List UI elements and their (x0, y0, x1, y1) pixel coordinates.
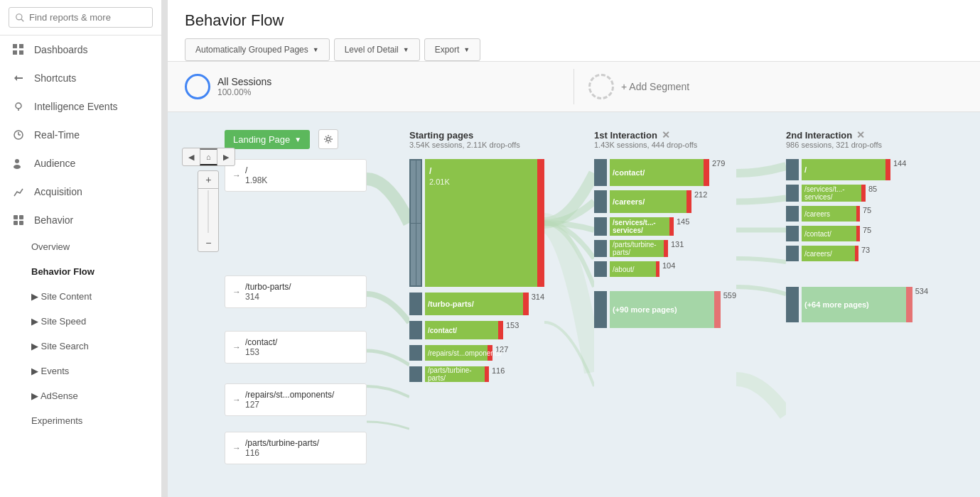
int1-bar-about[interactable]: /about/ (610, 261, 659, 277)
starting-icon-root (409, 159, 422, 287)
add-segment-button[interactable]: + Add Segment (621, 81, 689, 92)
node-label-contact: /contact/ (245, 337, 277, 347)
node-count-repairs: 127 (245, 400, 334, 410)
int1-label-turbine: /parts/turbine-parts/ (613, 241, 668, 256)
add-segment-item[interactable]: + Add Segment (588, 70, 963, 104)
landing-node-repairs[interactable]: → /repairs/st...omponents/ 127 (225, 383, 367, 416)
landing-node-contact[interactable]: → /contact/ 153 (225, 331, 367, 364)
nav-home-button[interactable]: ⌂ (200, 148, 217, 165)
sidebar-item-shortcuts[interactable]: Shortcuts (0, 64, 161, 92)
starting-bar-root[interactable]: / 2.01K (425, 159, 544, 287)
starting-bar-repairs[interactable]: /repairs/st...omponents/ (425, 345, 492, 361)
interaction2-close[interactable]: ✕ (856, 129, 865, 141)
main-content: Behavior Flow Automatically Grouped Page… (168, 0, 980, 497)
int2-count-more: 534 (915, 287, 928, 295)
map-controls: ◀ ⌂ ▶ + − (182, 148, 235, 252)
sidebar-item-overview[interactable]: Overview (0, 234, 161, 259)
interaction1-close[interactable]: ✕ (662, 129, 670, 141)
sidebar-item-behavior-flow[interactable]: Behavior Flow (0, 259, 161, 284)
site-speed-label: ▶ Site Speed (31, 316, 86, 327)
svg-rect-12 (14, 221, 18, 225)
sidebar-resize-handle[interactable] (162, 0, 168, 497)
int2-icon-contact (786, 226, 799, 241)
int2-label-more: (+64 more pages) (804, 300, 869, 309)
sidebar-item-events[interactable]: ▶ Events (0, 359, 161, 383)
landing-page-label: Landing Page (233, 134, 290, 145)
grouped-pages-button[interactable]: Automatically Grouped Pages ▼ (185, 38, 330, 61)
int2-bar-careers-slash[interactable]: /careers/ (802, 246, 858, 261)
starting-icon-turbo (409, 293, 422, 315)
sidebar-item-site-speed[interactable]: ▶ Site Speed (0, 309, 161, 334)
nav-left-button[interactable]: ◀ (183, 150, 200, 165)
people-icon (11, 156, 26, 170)
int2-bar-more[interactable]: (+64 more pages) (802, 287, 912, 322)
sidebar-item-dashboards[interactable]: Dashboards (0, 36, 161, 64)
sidebar-item-intelligence[interactable]: Intelligence Events (0, 92, 161, 121)
int1-bar-services[interactable]: /services/t...-services/ (610, 217, 674, 236)
svg-rect-1 (19, 44, 23, 48)
sidebar-item-site-search[interactable]: ▶ Site Search (0, 334, 161, 359)
int1-bar-careers[interactable]: /careers/ (610, 190, 691, 213)
starting-dropoff-root (537, 159, 544, 287)
int2-dropoff-root (885, 159, 890, 180)
settings-button[interactable] (318, 129, 338, 149)
sidebar-item-behavior[interactable]: Behavior (0, 206, 161, 234)
flow-content[interactable]: ◀ ⌂ ▶ + − Landing Page ▼ (168, 112, 980, 497)
node-label-root: / (245, 165, 267, 175)
starting-bar-contact[interactable]: /contact/ (425, 321, 503, 339)
starting-dropoff-turbo (523, 293, 529, 315)
grid-icon (11, 43, 26, 57)
int2-icon-careers-slash (786, 246, 799, 261)
int2-bar-contact[interactable]: /contact/ (802, 226, 860, 241)
landing-node-turbo[interactable]: → /turbo-parts/ 314 (225, 275, 367, 308)
sidebar: Dashboards Shortcuts Intelligence Events… (0, 0, 162, 497)
segment-bar: All Sessions 100.00% + Add Segment (168, 62, 980, 112)
int1-bar-more[interactable]: (+90 more pages) (610, 291, 721, 328)
int2-bar-root[interactable]: / (802, 159, 890, 180)
landing-node-root[interactable]: → / 1.98K (225, 159, 367, 192)
level-of-detail-button[interactable]: Level of Detail ▼ (334, 38, 420, 61)
sidebar-item-experiments[interactable]: Experiments (0, 408, 161, 433)
zoom-out-button[interactable]: − (198, 234, 218, 251)
sidebar-label-audience: Audience (34, 158, 75, 169)
sidebar-item-site-content[interactable]: ▶ Site Content (0, 284, 161, 309)
behavior-icon (11, 213, 26, 227)
int1-dropoff-contact (704, 159, 709, 186)
svg-rect-2 (13, 50, 17, 55)
grouped-pages-label: Automatically Grouped Pages (195, 45, 308, 55)
segment-name: All Sessions (217, 76, 271, 87)
landing-node-parts[interactable]: → /parts/turbine-parts/ 116 (225, 432, 367, 464)
int2-bar-careers-noslash[interactable]: /careers (802, 206, 860, 222)
nav-arrows: ◀ ⌂ ▶ (182, 148, 235, 166)
int1-count-services: 145 (677, 217, 689, 226)
page-title: Behavior Flow (185, 11, 963, 30)
segment-circle (185, 74, 210, 99)
interaction1-subtitle: 1.43K sessions, 444 drop-offs (594, 141, 736, 149)
int1-bar-turbine[interactable]: /parts/turbine-parts/ (610, 240, 668, 257)
node-arrow-parts: → (232, 443, 241, 453)
search-input[interactable] (9, 7, 153, 28)
zoom-in-button[interactable]: + (198, 171, 218, 189)
starting-label-turbo: /turbo-parts/ (428, 300, 474, 308)
int2-bar-services[interactable]: /services/t...-services/ (802, 185, 866, 202)
int1-icon-services (594, 217, 607, 236)
int1-label-contact: /contact/ (613, 168, 645, 177)
export-button[interactable]: Export ▼ (424, 38, 481, 61)
sidebar-item-adsense[interactable]: ▶ AdSense (0, 383, 161, 408)
sidebar-item-realtime[interactable]: Real-Time (0, 121, 161, 149)
zoom-controls: + − (198, 170, 219, 252)
starting-bar-parts[interactable]: /parts/turbine-parts/ (425, 366, 489, 382)
int1-icon-contact (594, 159, 607, 186)
int1-count-careers: 212 (694, 190, 707, 199)
int2-dropoff-careers-slash (855, 246, 858, 261)
landing-page-dropdown[interactable]: Landing Page ▼ (225, 130, 310, 149)
int1-bar-contact[interactable]: /contact/ (610, 159, 709, 186)
level-detail-chevron: ▼ (403, 46, 409, 53)
sidebar-item-audience[interactable]: Audience (0, 149, 161, 178)
starting-bar-turbo[interactable]: /turbo-parts/ (425, 293, 529, 315)
sidebar-label-behavior: Behavior (34, 214, 73, 226)
sidebar-item-acquisition[interactable]: Acquisition (0, 178, 161, 206)
int2-count-services: 85 (868, 185, 877, 193)
starting-label-root: / (429, 166, 431, 176)
nav-right-button[interactable]: ▶ (217, 150, 235, 165)
